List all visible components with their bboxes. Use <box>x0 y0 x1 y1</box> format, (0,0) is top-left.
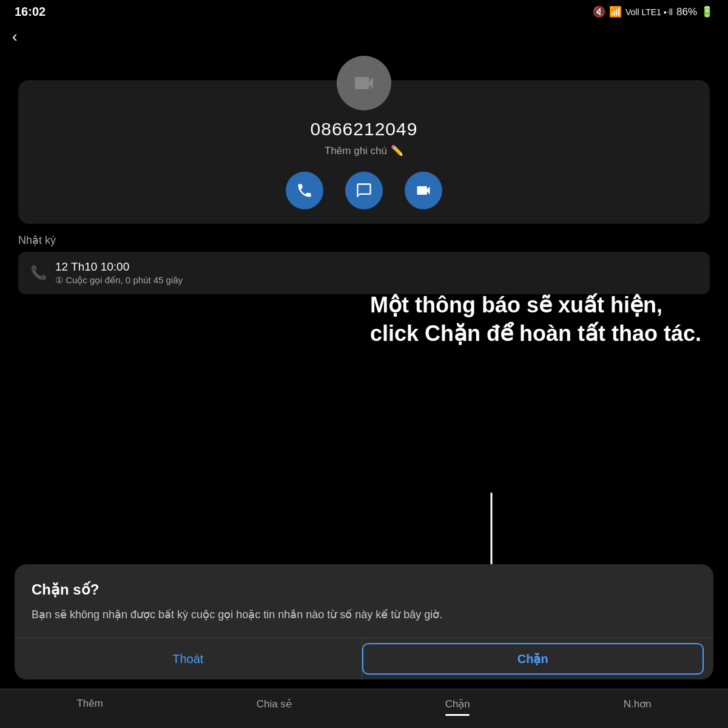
back-button[interactable]: ‹ <box>0 21 728 50</box>
nav-share-label: Chia sẻ <box>257 698 292 710</box>
annotation-text: Một thông báo sẽ xuất hiện, click Chặn đ… <box>370 291 710 348</box>
log-time: 12 Th10 10:00 <box>55 260 183 274</box>
wifi-icon: 📶 <box>609 5 622 18</box>
dialog-confirm-button[interactable]: Chặn <box>362 643 704 675</box>
call-button[interactable] <box>286 172 323 209</box>
call-log-icon: 📞 <box>30 265 47 281</box>
signal-text: Voll LTE1 ▪ᐧll <box>625 7 673 17</box>
action-buttons <box>286 172 442 209</box>
log-title: Nhật ký <box>18 234 56 246</box>
contact-card: 0866212049 Thêm ghi chú ✏️ <box>18 80 710 224</box>
back-icon: ‹ <box>0 21 30 50</box>
nav-more[interactable]: N.hơn <box>624 698 652 716</box>
add-note[interactable]: Thêm ghi chú ✏️ <box>325 144 403 157</box>
phone-number: 0866212049 <box>311 119 418 140</box>
avatar <box>337 56 391 110</box>
dialog-cancel-button[interactable]: Thoát <box>15 638 362 679</box>
dialog-title: Chặn số? <box>32 581 696 598</box>
nav-share[interactable]: Chia sẻ <box>257 698 292 716</box>
add-note-label: Thêm ghi chú <box>325 145 387 157</box>
status-bar: 16:02 🔇 📶 Voll LTE1 ▪ᐧll 86% 🔋 <box>0 0 728 21</box>
log-info: 12 Th10 10:00 ① Cuộc gọi đến, 0 phút 45 … <box>55 260 183 286</box>
annotation-line2: click Chặn để hoàn tất thao tác. <box>370 321 701 346</box>
annotation-line1: Một thông báo sẽ xuất hiện, <box>370 292 662 317</box>
dialog-body: Bạn sẽ không nhận được bất kỳ cuộc gọi h… <box>32 607 696 623</box>
log-section: Nhật ký <box>0 224 728 252</box>
video-button[interactable] <box>405 172 442 209</box>
nav-add-label: Thêm <box>76 698 103 709</box>
log-item: 📞 12 Th10 10:00 ① Cuộc gọi đến, 0 phút 4… <box>18 252 710 294</box>
message-button[interactable] <box>345 172 383 209</box>
edit-icon: ✏️ <box>391 144 403 157</box>
bottom-nav: Thêm Chia sẻ Chặn N.hơn <box>0 689 728 728</box>
status-icons: 🔇 📶 Voll LTE1 ▪ᐧll 86% 🔋 <box>593 5 713 18</box>
phone-icon <box>296 182 313 199</box>
nav-more-label: N.hơn <box>624 698 652 710</box>
avatar-icon <box>352 71 376 95</box>
nav-block-label: Chặn <box>445 698 470 710</box>
nav-block[interactable]: Chặn <box>445 698 470 716</box>
mute-icon: 🔇 <box>593 5 605 18</box>
battery-text: 86% <box>676 6 697 18</box>
message-icon <box>356 182 372 199</box>
dialog-overlay: Chặn số? Bạn sẽ không nhận được bất kỳ c… <box>0 613 728 728</box>
dialog-buttons: Thoát Chặn <box>15 638 713 679</box>
nav-add[interactable]: Thêm <box>76 698 103 716</box>
block-dialog: Chặn số? Bạn sẽ không nhận được bất kỳ c… <box>15 564 713 679</box>
video-icon <box>415 182 432 199</box>
log-detail: ① Cuộc gọi đến, 0 phút 45 giây <box>55 275 183 286</box>
battery-icon: 🔋 <box>701 5 713 18</box>
time: 16:02 <box>15 5 46 19</box>
